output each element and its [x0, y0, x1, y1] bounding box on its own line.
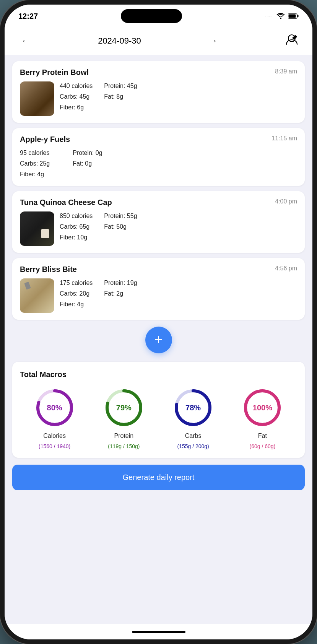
add-button-container: +	[12, 325, 305, 356]
meal-name-1: Berry Protein Bowl	[20, 68, 89, 77]
macro-item-protein: 79% Protein (119g / 150g)	[103, 387, 145, 449]
meal-name-4: Berry Bliss Bite	[20, 265, 77, 274]
meal-col-right-3: Protein: 55g Fat: 50g	[104, 211, 137, 242]
meal-carbs-4: Carbs: 20g	[60, 289, 93, 298]
macros-title: Total Macros	[20, 370, 297, 379]
meal-body-3: 850 calories Carbs: 65g Fiber: 10g Prote…	[20, 211, 297, 246]
fat-circle: 100%	[241, 387, 283, 429]
meal-calories-1: 440 calories	[60, 81, 93, 91]
carbs-circle: 78%	[172, 387, 214, 429]
protein-label: Protein	[114, 433, 134, 439]
meal-fat-3: Fat: 50g	[104, 222, 137, 231]
meal-image-4	[20, 278, 54, 313]
calories-circle: 80%	[34, 387, 76, 429]
meal-header-2: Apple-y Fuels 11:15 am	[20, 135, 297, 144]
meal-protein-3: Protein: 55g	[104, 211, 137, 221]
meal-card-3[interactable]: Tuna Quinoa Cheese Cap 4:00 pm 850 calor…	[12, 191, 305, 253]
meal-fiber-4: Fiber: 4g	[60, 300, 93, 309]
carbs-values: (155g / 200g)	[177, 443, 209, 449]
meal-fat-2: Fat: 0g	[73, 159, 102, 168]
meal-stats-4: 175 calories Carbs: 20g Fiber: 4g Protei…	[60, 278, 297, 309]
meal-name-2: Apple-y Fuels	[20, 135, 70, 144]
scroll-content: Berry Protein Bowl 8:39 am 440 calories …	[5, 55, 312, 624]
calories-values: (1560 / 1940)	[39, 443, 70, 449]
macros-circles: 80% Calories (1560 / 1940) 79%	[20, 387, 297, 449]
home-indicator	[5, 624, 312, 639]
meal-fiber-3: Fiber: 10g	[60, 233, 93, 242]
meal-fat-1: Fat: 8g	[104, 92, 137, 101]
carbs-label: Carbs	[185, 433, 202, 439]
meal-card-2[interactable]: Apple-y Fuels 11:15 am 95 calories Carbs…	[12, 128, 305, 186]
meal-header-3: Tuna Quinoa Cheese Cap 4:00 pm	[20, 198, 297, 207]
svg-rect-1	[289, 15, 296, 18]
meal-carbs-1: Carbs: 45g	[60, 92, 93, 101]
meal-fat-4: Fat: 2g	[104, 289, 137, 298]
status-time: 12:27	[18, 12, 38, 21]
meal-image-1	[20, 81, 54, 116]
macro-item-calories: 80% Calories (1560 / 1940)	[34, 387, 76, 449]
protein-circle: 79%	[103, 387, 145, 429]
macro-item-fat: 100% Fat (60g / 60g)	[241, 387, 283, 449]
fat-label: Fat	[258, 433, 267, 439]
meal-stats-3: 850 calories Carbs: 65g Fiber: 10g Prote…	[60, 211, 297, 242]
meal-protein-4: Protein: 19g	[104, 278, 137, 288]
signal-dots: ····	[265, 13, 273, 19]
meal-body-4: 175 calories Carbs: 20g Fiber: 4g Protei…	[20, 278, 297, 313]
macro-item-carbs: 78% Carbs (155g / 200g)	[172, 387, 214, 449]
meal-calories-4: 175 calories	[60, 278, 93, 288]
meal-stats-col-left-1: 440 calories Carbs: 45g Fiber: 6g	[60, 81, 93, 112]
status-bar: 12:27 ····	[5, 5, 312, 28]
current-date: 2024-09-30	[98, 36, 141, 46]
meal-col-left-4: 175 calories Carbs: 20g Fiber: 4g	[60, 278, 93, 309]
meal-name-3: Tuna Quinoa Cheese Cap	[20, 198, 112, 207]
fat-values: (60g / 60g)	[250, 443, 276, 449]
next-button[interactable]: →	[206, 34, 221, 47]
battery-icon	[288, 13, 299, 19]
nav-header: ← 2024-09-30 →	[5, 28, 312, 55]
meal-calories-3: 850 calories	[60, 211, 93, 221]
meal-image-3	[20, 211, 54, 246]
profile-edit-icon[interactable]	[286, 34, 299, 48]
fat-percent: 100%	[253, 403, 272, 412]
prev-button[interactable]: ←	[18, 34, 33, 47]
meal-card-1[interactable]: Berry Protein Bowl 8:39 am 440 calories …	[12, 61, 305, 123]
meal-header-4: Berry Bliss Bite 4:56 pm	[20, 265, 297, 274]
meal-col-right-2: Protein: 0g Fat: 0g	[73, 148, 102, 179]
meal-protein-1: Protein: 45g	[104, 81, 137, 91]
meal-fiber-2: Fiber: 4g	[20, 170, 50, 179]
macros-section: Total Macros 80% Calories (1560 / 1940)	[12, 362, 305, 458]
meal-time-4: 4:56 pm	[275, 265, 297, 272]
generate-report-button[interactable]: Generate daily report	[12, 465, 305, 490]
meal-protein-2: Protein: 0g	[73, 148, 102, 158]
wifi-icon	[276, 13, 285, 19]
meal-col-left-2: 95 calories Carbs: 25g Fiber: 4g	[20, 148, 50, 179]
meal-carbs-2: Carbs: 25g	[20, 159, 50, 168]
notch	[121, 9, 182, 23]
carbs-percent: 78%	[185, 403, 201, 412]
add-meal-button[interactable]: +	[145, 327, 172, 353]
status-icons: ····	[265, 13, 299, 19]
meal-carbs-3: Carbs: 65g	[60, 222, 93, 231]
meal-header-1: Berry Protein Bowl 8:39 am	[20, 68, 297, 77]
calories-percent: 80%	[47, 403, 62, 412]
meal-card-4[interactable]: Berry Bliss Bite 4:56 pm 175 calories Ca…	[12, 258, 305, 320]
meal-stats-1: 440 calories Carbs: 45g Fiber: 6g Protei…	[60, 81, 297, 112]
svg-rect-2	[297, 15, 299, 17]
protein-values: (119g / 150g)	[108, 443, 140, 449]
phone-frame: 12:27 ···· ← 2024-09-30 →	[0, 0, 317, 644]
meal-fiber-1: Fiber: 6g	[60, 103, 93, 112]
meal-calories-2: 95 calories	[20, 148, 50, 158]
meal-stats-no-image-2: 95 calories Carbs: 25g Fiber: 4g Protein…	[20, 148, 297, 179]
calories-label: Calories	[43, 433, 66, 439]
meal-col-left-3: 850 calories Carbs: 65g Fiber: 10g	[60, 211, 93, 242]
home-bar	[132, 631, 185, 633]
meal-stats-col-right-1: Protein: 45g Fat: 8g	[104, 81, 137, 112]
screen: 12:27 ···· ← 2024-09-30 →	[5, 5, 312, 639]
meal-body-1: 440 calories Carbs: 45g Fiber: 6g Protei…	[20, 81, 297, 116]
meal-col-right-4: Protein: 19g Fat: 2g	[104, 278, 137, 309]
plus-icon: +	[154, 333, 163, 346]
meal-time-3: 4:00 pm	[275, 198, 297, 205]
meal-time-1: 8:39 am	[275, 68, 297, 75]
meal-time-2: 11:15 am	[271, 135, 297, 142]
protein-percent: 79%	[116, 403, 132, 412]
